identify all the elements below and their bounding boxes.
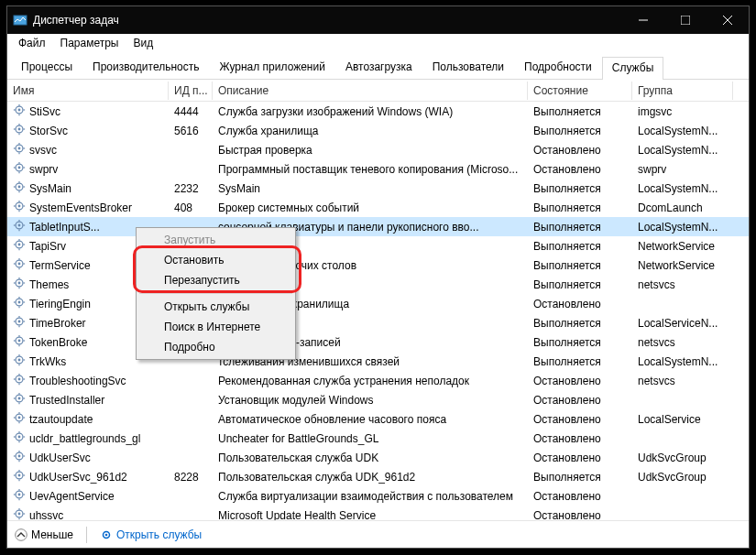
service-group: netsvcs bbox=[632, 278, 733, 292]
tab-startup[interactable]: Автозагрузка bbox=[335, 56, 422, 79]
menu-separator bbox=[139, 293, 292, 294]
service-row[interactable]: UevAgentServiceСлужба виртуализации взаи… bbox=[7, 486, 749, 506]
service-state: Остановлено bbox=[528, 431, 632, 446]
tab-services[interactable]: Службы bbox=[602, 57, 663, 80]
service-state: Остановлено bbox=[528, 451, 632, 465]
services-listview[interactable]: Имя ИД п... Описание Состояние Группа St… bbox=[7, 80, 749, 520]
titlebar[interactable]: Диспетчер задач bbox=[7, 6, 749, 34]
svg-point-132 bbox=[18, 513, 21, 516]
service-name: tzautoupdate bbox=[29, 413, 93, 426]
svg-point-90 bbox=[18, 378, 21, 381]
tab-performance[interactable]: Производительность bbox=[82, 56, 209, 79]
menu-stop[interactable]: Остановить bbox=[138, 250, 293, 270]
service-group: UdkSvcGroup bbox=[632, 451, 733, 465]
column-headers[interactable]: Имя ИД п... Описание Состояние Группа bbox=[7, 80, 749, 102]
service-state: Выполняется bbox=[528, 278, 632, 292]
service-name: UdkUserSvc_961d2 bbox=[29, 471, 127, 484]
service-name: SystemEventsBroker bbox=[29, 201, 132, 214]
close-button[interactable] bbox=[707, 6, 749, 34]
service-row[interactable]: StorSvc5616Служба хранилищаВыполняетсяLo… bbox=[7, 121, 749, 140]
service-group: NetworkService bbox=[632, 258, 733, 273]
service-name: Themes bbox=[29, 278, 69, 291]
menu-search-online[interactable]: Поиск в Интернете bbox=[138, 317, 293, 337]
service-row[interactable]: swprvПрограммный поставщик теневого копи… bbox=[7, 159, 749, 179]
svg-point-78 bbox=[18, 340, 21, 343]
menu-details[interactable]: Подробно bbox=[138, 337, 293, 357]
tab-app-history[interactable]: Журнал приложений bbox=[210, 56, 335, 79]
service-group bbox=[632, 438, 733, 440]
svg-point-66 bbox=[18, 301, 21, 304]
tab-processes[interactable]: Процессы bbox=[11, 56, 82, 79]
gear-icon bbox=[13, 103, 26, 119]
service-pid bbox=[169, 495, 213, 497]
tab-details[interactable]: Подробности bbox=[514, 56, 602, 79]
header-name[interactable]: Имя bbox=[7, 82, 169, 100]
service-state: Выполняется bbox=[528, 470, 632, 484]
open-services-link[interactable]: Открыть службы bbox=[100, 528, 202, 541]
service-pid bbox=[169, 438, 213, 440]
service-group bbox=[632, 515, 733, 517]
svg-point-54 bbox=[18, 263, 21, 266]
service-row[interactable]: TabletInputS... сенсорной клавиатуры и п… bbox=[7, 217, 749, 236]
service-row[interactable]: TroubleshootingSvcРекомендованная служба… bbox=[7, 371, 749, 390]
menu-options[interactable]: Параметры bbox=[53, 35, 126, 51]
svg-point-60 bbox=[18, 282, 21, 285]
svg-point-102 bbox=[18, 417, 21, 419]
menu-restart[interactable]: Перезапустить bbox=[138, 270, 293, 290]
service-name: SysMain bbox=[29, 182, 71, 195]
header-pid[interactable]: ИД п... bbox=[169, 82, 213, 100]
service-state: Выполняется bbox=[528, 201, 632, 215]
gear-icon bbox=[13, 219, 26, 234]
service-desc: Служба загрузки изображений Windows (WIA… bbox=[213, 104, 528, 119]
service-row[interactable]: TieringEngin ния уровнями хранилищаОстан… bbox=[7, 294, 749, 313]
service-row[interactable]: SystemEventsBroker408Брокер системных со… bbox=[7, 198, 749, 217]
gear-icon bbox=[13, 315, 26, 331]
service-row[interactable]: TapiSrvВыполняетсяNetworkService bbox=[7, 236, 749, 256]
gear-icon bbox=[13, 488, 26, 504]
service-row[interactable]: TermService удаленных рабочих столовВыпо… bbox=[7, 256, 749, 275]
gear-icon bbox=[13, 373, 26, 388]
gear-icon bbox=[13, 392, 26, 408]
gear-icon bbox=[13, 200, 26, 215]
service-row[interactable]: TrkWks тслеживания изменившихся связейВы… bbox=[7, 352, 749, 371]
minimize-button[interactable] bbox=[622, 6, 664, 34]
service-name: TroubleshootingSvc bbox=[29, 375, 126, 387]
service-group: DcomLaunch bbox=[632, 201, 733, 215]
service-desc: Установщик модулей Windows bbox=[213, 393, 528, 408]
maximize-button[interactable] bbox=[664, 6, 707, 34]
header-group[interactable]: Группа bbox=[632, 82, 733, 100]
service-group bbox=[632, 303, 733, 305]
service-pid bbox=[169, 149, 213, 151]
service-row[interactable]: tzautoupdateАвтоматическое обновление ча… bbox=[7, 409, 749, 429]
service-row[interactable]: SysMain2232SysMainВыполняетсяLocalSystem… bbox=[7, 179, 749, 198]
service-row[interactable]: TimeBroker ремениВыполняетсяLocalService… bbox=[7, 313, 749, 332]
service-group: LocalSystemN... bbox=[632, 124, 733, 138]
service-row[interactable]: UdkUserSvc_961d28228Пользовательская слу… bbox=[7, 467, 749, 486]
service-row[interactable]: ucldr_battlegrounds_glUncheater for Batt… bbox=[7, 429, 749, 448]
service-pid bbox=[169, 361, 213, 363]
header-desc[interactable]: Описание bbox=[213, 82, 528, 100]
gear-icon bbox=[13, 450, 26, 465]
service-row[interactable]: TokenBroke ер учетных веб-записейВыполня… bbox=[7, 332, 749, 352]
service-row[interactable]: StiSvc4444Служба загрузки изображений Wi… bbox=[7, 102, 749, 121]
service-row[interactable]: UdkUserSvcПользовательская служба UDKОст… bbox=[7, 448, 749, 467]
service-group bbox=[632, 495, 733, 497]
service-name: svsvc bbox=[29, 144, 57, 157]
service-pid: 8228 bbox=[169, 470, 213, 484]
menu-file[interactable]: Файл bbox=[11, 35, 53, 51]
menu-open-services[interactable]: Открыть службы bbox=[138, 297, 293, 317]
service-row[interactable]: svsvcБыстрая проверкаОстановленоLocalSys… bbox=[7, 140, 749, 159]
svg-point-108 bbox=[18, 436, 21, 439]
fewer-details-button[interactable]: Меньше bbox=[15, 528, 73, 541]
service-name: UdkUserSvc bbox=[29, 452, 91, 464]
service-state: Выполняется bbox=[528, 124, 632, 138]
menu-view[interactable]: Вид bbox=[126, 35, 160, 51]
app-icon bbox=[13, 13, 27, 27]
header-state[interactable]: Состояние bbox=[528, 82, 632, 100]
service-state: Остановлено bbox=[528, 162, 632, 177]
service-row[interactable]: TrustedInstallerУстановщик модулей Windo… bbox=[7, 390, 749, 409]
gear-icon bbox=[100, 528, 113, 541]
service-row[interactable]: uhssvcMicrosoft Update Health ServiceОст… bbox=[7, 506, 749, 520]
tab-users[interactable]: Пользователи bbox=[422, 56, 514, 79]
service-row[interactable]: ThemesВыполняетсяnetsvcs bbox=[7, 275, 749, 294]
